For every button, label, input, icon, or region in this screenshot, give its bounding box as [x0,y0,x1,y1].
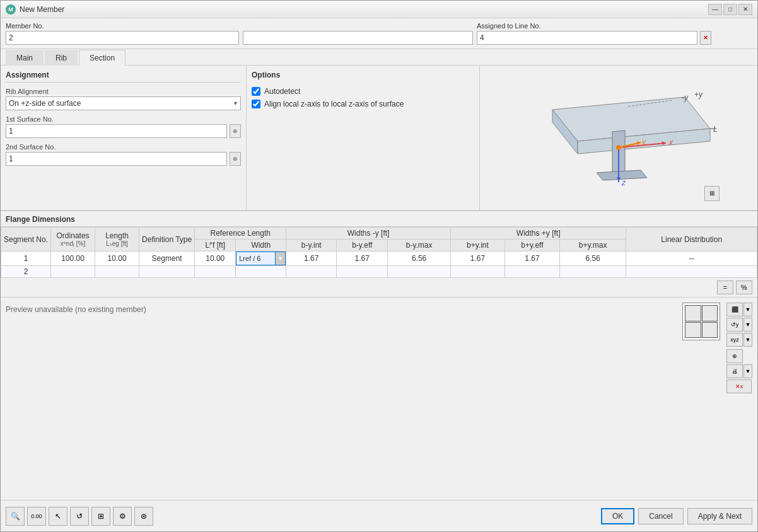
options-panel: Options Autodetect Align local z-axis to… [247,66,480,210]
align-label: Align local z-axis to local z-axis of su… [264,100,404,108]
tab-section[interactable]: Section [79,50,125,66]
th-b-y-int: b-y.int [286,240,337,252]
svg-text:-y: -y [682,93,689,102]
assigned-input-row: ✕ [477,31,711,45]
tool-extra[interactable]: ⊛ [134,507,153,526]
preview-area: Preview unavailable (no existing member) [1,297,757,410]
axis-btn[interactable]: xyz [726,333,743,347]
middle-input[interactable] [243,31,473,45]
tool-grid[interactable]: ⊞ [91,507,110,526]
flange-table: Segment No. Ordinates xᵉndⱼ [%] Length L… [1,227,757,278]
tool-search[interactable]: 🔍 [6,507,25,526]
assigned-icon-btn[interactable]: ✕ [700,31,711,45]
rotate-btn-row: ↺y ▼ [726,318,752,332]
x-btn[interactable]: ✕x [726,379,752,393]
top-fields: Member No. Assigned to Line No. ✕ [1,18,757,49]
main-window: M New Member — □ ✕ Member No. Assigned t… [0,0,758,532]
surface1-label: 1st Surface No. [6,115,241,123]
align-row: Align local z-axis to local z-axis of su… [252,100,474,108]
surface1-input[interactable] [6,124,227,138]
rib-alignment-group: Rib Alignment On +z-side of surface On -… [6,88,241,110]
view-3d-arrow-btn[interactable]: ▼ [743,303,752,316]
apply-next-button[interactable]: Apply & Next [687,508,752,524]
tab-main[interactable]: Main [6,50,44,66]
width-dropdown-arrow-icon[interactable]: ▼ [276,252,286,265]
view-3d-btn[interactable]: ⬛ [726,303,743,316]
width-dropdown-1[interactable]: Lref / 6 ▼ [236,252,286,265]
th-widths-pos: Widths +y [ft] [450,228,626,240]
autodetect-row: Autodetect [252,87,474,96]
cell-bpymax-2 [559,266,626,278]
cell-no-2: 2 [1,266,51,278]
table-area: Segment No. Ordinates xᵉndⱼ [%] Length L… [1,227,757,297]
svg-text:x: x [668,138,673,147]
content-wrapper: Assignment Rib Alignment On +z-side of s… [1,66,757,500]
print-btn[interactable]: 🖨 [726,364,743,378]
th-def-type: Definition Type [139,228,195,252]
surface2-input[interactable] [6,152,227,166]
assigned-input[interactable] [477,31,697,45]
equals-btn[interactable]: = [717,280,733,294]
assignment-title: Assignment [6,71,241,83]
rib-alignment-select-wrapper: On +z-side of surface On -z-side of surf… [6,96,241,110]
autodetect-checkbox[interactable] [252,87,260,96]
rib-alignment-select[interactable]: On +z-side of surface On -z-side of surf… [6,96,241,110]
tool-select[interactable]: ↖ [49,507,67,526]
cell-byint-2 [286,266,337,278]
cell-deftype-2 [139,266,195,278]
surface2-input-row: ⊕ [6,152,241,166]
maximize-button[interactable]: □ [723,4,737,15]
surface1-group: 1st Surface No. ⊕ [6,115,241,138]
surface1-icon-btn[interactable]: ⊕ [230,124,241,138]
rotate-arrow-btn[interactable]: ▼ [743,318,752,332]
rotate-y-btn[interactable]: ↺y [726,318,743,332]
footer-actions: OK Cancel Apply & Next [601,508,752,524]
th-ordinates: Ordinates xᵉndⱼ [%] [51,228,95,252]
align-checkbox[interactable] [252,100,260,108]
print-btn-row: 🖨 ▼ [726,364,752,378]
autodetect-label: Autodetect [264,87,300,96]
minimize-button[interactable]: — [708,4,722,15]
print-arrow-btn[interactable]: ▼ [743,364,752,378]
window-title: New Member [20,5,64,14]
th-ref-length-group: Reference Length [195,228,286,240]
flange-title: Flange Dimensions [1,211,757,227]
tool-settings[interactable]: ⚙ [113,507,132,526]
assigned-label: Assigned to Line No. [477,22,711,30]
surface2-group: 2nd Surface No. ⊕ [6,143,241,166]
view-buttons-row1: ⬛ ▼ ↺y ▼ xyz ▼ [682,303,752,347]
axis-arrow-btn[interactable]: ▼ [743,333,752,347]
ok-button[interactable]: OK [601,508,634,524]
percent-btn[interactable]: % [736,280,752,294]
side-buttons: ⬛ ▼ ↺y ▼ xyz ▼ [726,303,752,347]
surface2-icon-btn[interactable]: ⊕ [230,152,241,166]
assigned-group: Assigned to Line No. ✕ [477,22,711,45]
svg-text:z: z [621,178,626,187]
tab-rib[interactable]: Rib [45,50,78,66]
cell-bymax-1: 6.56 [388,252,451,266]
rib-alignment-label: Rib Alignment [6,88,241,95]
svg-text:y: y [641,137,646,146]
assignment-panel: Assignment Rib Alignment On +z-side of s… [1,66,247,210]
diagram-btn[interactable]: ⊞ [704,186,720,201]
cell-bpyint-2 [450,266,504,278]
member-no-input[interactable] [6,31,239,45]
close-button[interactable]: ✕ [738,4,752,15]
th-segment-no: Segment No. [1,228,51,252]
top-section: Assignment Rib Alignment On +z-side of s… [1,66,757,211]
extra-btn-1[interactable]: ⊕ [726,349,743,363]
title-bar: M New Member — □ ✕ [1,1,757,18]
table-buttons: = % [1,278,757,297]
tool-rotate[interactable]: ↺ [70,507,89,526]
app-icon: M [6,4,16,14]
th-widths-neg: Widths -y [ft] [286,228,451,240]
diagram-panel: -y +y x y [480,66,757,210]
cell-bpyint-1: 1.67 [450,252,504,266]
tool-zero[interactable]: 0.00 [27,507,46,526]
middle-label [243,22,473,30]
cell-width-1[interactable]: Lref / 6 ▼ [236,252,286,266]
cancel-button[interactable]: Cancel [638,508,683,524]
cell-deftype-1: Segment [139,252,195,266]
cell-length-1: 10.00 [95,252,139,266]
cell-byeff-2 [337,266,388,278]
